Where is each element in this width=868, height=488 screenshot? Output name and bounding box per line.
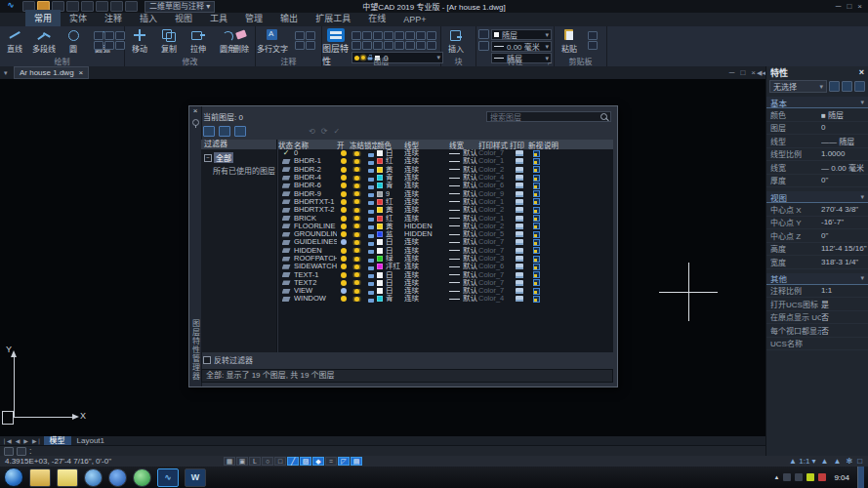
last-tab-icon[interactable]: ▶❘: [32, 437, 42, 444]
vp-freeze-cell[interactable]: [528, 223, 544, 229]
table-row[interactable]: VIEW白连续默认Color_7: [278, 287, 613, 295]
freeze-cell[interactable]: [350, 264, 364, 269]
annotate-more-icons[interactable]: [295, 31, 315, 50]
clipboard-more-icons[interactable]: [588, 31, 598, 50]
on-cell[interactable]: [337, 272, 350, 278]
on-cell[interactable]: [337, 199, 350, 205]
on-cell[interactable]: [337, 150, 350, 156]
lineweight-cell[interactable]: 默认: [449, 255, 478, 263]
linetype-cell[interactable]: 连续: [404, 238, 449, 246]
tray-app-icon[interactable]: [818, 473, 826, 481]
linetype-cell[interactable]: 连续: [404, 247, 449, 255]
vp-freeze-cell[interactable]: [528, 296, 544, 303]
lineweight-cell[interactable]: 默认: [449, 182, 478, 189]
freeze-cell[interactable]: [350, 248, 364, 253]
on-cell[interactable]: [337, 264, 350, 269]
column-header-7[interactable]: 线宽: [449, 140, 478, 150]
home-icon[interactable]: [4, 447, 14, 456]
plot-cell[interactable]: [510, 167, 528, 173]
lineweight-cell[interactable]: 默认: [449, 215, 478, 223]
doc-minimize-button[interactable]: ─: [729, 68, 735, 77]
table-row[interactable]: GUIDELINES白连续默认Color_7: [278, 238, 613, 246]
minimize-button[interactable]: ─: [836, 2, 842, 11]
table-row[interactable]: BHDR-2黄连续默认Color_2: [278, 166, 613, 174]
circle-button[interactable]: 圆: [59, 28, 88, 54]
lineweight-cell[interactable]: 默认: [449, 271, 478, 279]
clean-screen-icon[interactable]: □: [857, 457, 862, 466]
on-cell[interactable]: [337, 191, 350, 197]
explorer-icon[interactable]: [29, 468, 51, 487]
plot-cell[interactable]: [510, 288, 528, 294]
freeze-cell[interactable]: [350, 176, 364, 181]
on-cell[interactable]: [337, 288, 350, 294]
freeze-cell[interactable]: [350, 167, 364, 172]
section-header[interactable]: 视图▾: [766, 191, 868, 203]
lineweight-toggle[interactable]: =: [325, 457, 337, 466]
on-cell[interactable]: [337, 296, 350, 302]
vp-freeze-cell[interactable]: [528, 247, 544, 254]
lock-cell[interactable]: [364, 190, 377, 197]
vp-freeze-cell[interactable]: [528, 239, 544, 246]
plot-cell[interactable]: [510, 183, 528, 188]
on-cell[interactable]: [337, 256, 350, 262]
property-row[interactable]: 线型比例1.0000: [766, 148, 868, 162]
plot-cell[interactable]: [510, 199, 528, 205]
table-row[interactable]: TEXT-1白连续默认Color_7: [278, 270, 613, 278]
color-cell[interactable]: 黄: [377, 166, 404, 174]
pline-button[interactable]: 多段线: [29, 28, 59, 54]
property-row[interactable]: 线型—— 随层: [766, 135, 868, 148]
color-cell[interactable]: 青: [377, 174, 404, 182]
freeze-cell[interactable]: [350, 216, 364, 221]
tray-network-icon[interactable]: [783, 473, 791, 481]
palette-collapse-icon[interactable]: ◀◀: [757, 66, 765, 80]
column-header-10[interactable]: 新视口冻结: [528, 140, 544, 150]
on-cell[interactable]: [337, 224, 350, 229]
color-dropdown[interactable]: 随层▾: [491, 29, 552, 40]
property-row[interactable]: 注释比例1:1: [766, 285, 868, 299]
collapse-arrow-icon[interactable]: ▾: [860, 193, 864, 201]
plot-cell[interactable]: [510, 207, 528, 213]
on-cell[interactable]: [337, 158, 350, 164]
on-cell[interactable]: [337, 183, 350, 188]
lineweight-cell[interactable]: 默认: [449, 149, 478, 157]
freeze-cell[interactable]: [350, 199, 364, 204]
linetype-cell[interactable]: 连续: [404, 206, 449, 214]
sticky-notes-icon[interactable]: [57, 468, 78, 487]
ribbon-tab-3[interactable]: 插入: [131, 10, 166, 26]
linetype-cell[interactable]: 连续: [404, 255, 449, 263]
property-row[interactable]: 线宽— 0.00 毫米: [766, 161, 868, 175]
color-cell[interactable]: 洋红: [377, 263, 404, 270]
first-tab-icon[interactable]: ❘◀: [2, 437, 12, 444]
prev-tab-icon[interactable]: ◀: [16, 437, 21, 444]
freeze-cell[interactable]: [350, 224, 364, 228]
linetype-cell[interactable]: 连续: [404, 149, 449, 157]
on-cell[interactable]: [337, 167, 350, 173]
freeze-cell[interactable]: [350, 208, 364, 213]
plot-cell[interactable]: [510, 158, 528, 164]
dyn-toggle[interactable]: ◆: [312, 457, 324, 466]
dialog-pin-icon[interactable]: [192, 119, 199, 126]
plot-cell[interactable]: [510, 216, 528, 222]
table-row[interactable]: BRICK红连续默认Color_1: [278, 214, 613, 222]
lineweight-cell[interactable]: 默认: [449, 223, 478, 230]
palette-close-icon[interactable]: ×: [859, 67, 864, 77]
doc-restore-button[interactable]: □: [740, 68, 745, 77]
tray-expand-icon[interactable]: ▲: [773, 474, 779, 480]
plot-cell[interactable]: [510, 175, 528, 181]
vp-freeze-cell[interactable]: [528, 150, 544, 157]
line-button[interactable]: 直线: [0, 28, 29, 54]
zwcad-taskbar-icon[interactable]: ∿: [157, 468, 179, 487]
table-row[interactable]: BHDR-99连续默认Color_9: [278, 189, 613, 197]
color-cell[interactable]: 青: [377, 182, 404, 189]
ribbon-tab-6[interactable]: 管理: [236, 10, 271, 26]
property-row[interactable]: UCS名称: [766, 338, 868, 351]
vp-freeze-cell[interactable]: [528, 279, 544, 286]
plot-cell[interactable]: [510, 264, 528, 269]
model-tab-1[interactable]: Layout1: [71, 436, 110, 445]
file-menu-icon[interactable]: ▾: [4, 69, 8, 77]
selection-dropdown[interactable]: 无选择 ▾: [769, 80, 827, 93]
freeze-cell[interactable]: [350, 289, 364, 294]
column-header-5[interactable]: 颜色: [377, 140, 404, 150]
isodraft-toggle[interactable]: □: [274, 457, 286, 466]
otrack-toggle[interactable]: ▨: [300, 457, 311, 466]
